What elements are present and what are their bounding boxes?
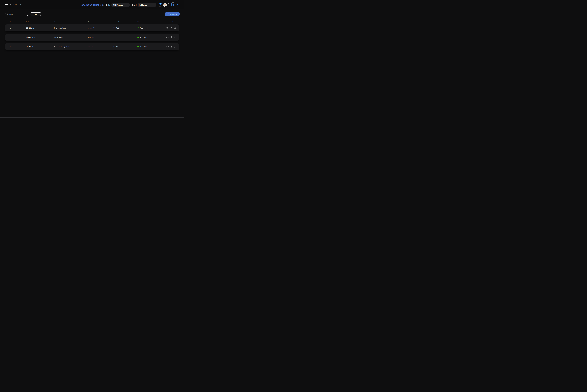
cell-date: 20-01-2024 (26, 27, 54, 29)
notification-badge: 2 (160, 2, 162, 5)
download-button[interactable] (170, 45, 173, 48)
column-header-status: Status (138, 21, 166, 23)
edit-button[interactable] (174, 36, 177, 38)
add-new-label: Add New (170, 13, 177, 15)
chevron-down-icon (153, 4, 155, 6)
bottom-edge-strip (0, 117, 184, 118)
search-input[interactable] (5, 12, 28, 16)
cell-voucher-no: 9003237 (88, 27, 114, 29)
table-row: 3 20-01-2024 Savannah Nguyen 5262267 ₹4,… (5, 43, 179, 50)
status-text: Approved (140, 46, 148, 48)
eye-icon (166, 46, 169, 48)
download-icon (170, 37, 173, 39)
chevron-down-icon (126, 4, 128, 6)
column-header-voucher-no: Voucher No (88, 21, 114, 23)
table-row: 2 20-01-2024 Floyd Miles 9092984 ₹2,000 … (5, 34, 179, 41)
pencil-icon (174, 37, 177, 39)
download-button[interactable] (170, 36, 173, 38)
cell-id: 3 (10, 46, 26, 48)
chevron-down-icon (167, 4, 168, 6)
pencil-icon (174, 46, 177, 48)
topbar: SPREE Receipt Voucher List Entity XYZ Ph… (0, 0, 184, 9)
cell-actions (166, 27, 180, 29)
status-dot-icon (138, 37, 139, 38)
status-dot-icon (138, 46, 139, 47)
cell-id: 1 (10, 27, 26, 29)
branch-dropdown[interactable]: Kakkanad (138, 3, 156, 6)
cell-date: 20-01-2024 (26, 36, 54, 38)
bell-icon (158, 6, 162, 7)
status-dot-icon (138, 27, 139, 28)
entity-value: XYZ Pharma (113, 4, 126, 6)
eye-icon (166, 37, 169, 39)
cell-amount: ₹2,000 (114, 36, 138, 38)
cell-credit-account: Floyd Miles (54, 36, 88, 38)
cell-status: Approved (138, 36, 166, 38)
back-button[interactable] (5, 3, 8, 6)
download-icon (170, 28, 173, 30)
cell-amount: ₹4,750 (114, 46, 138, 48)
edit-button[interactable] (174, 27, 177, 29)
cell-voucher-no: 9092984 (88, 36, 114, 38)
cell-voucher-no: 5262267 (88, 46, 114, 48)
plus-icon: + (168, 13, 169, 15)
column-header-action: Action (166, 21, 179, 23)
column-header-date: Date (26, 21, 54, 23)
cell-credit-account: Savannah Nguyen (54, 46, 88, 48)
company-logo-text: XYZ (175, 4, 180, 6)
cell-actions (166, 45, 180, 48)
column-header-id: ID (10, 21, 26, 23)
avatar (164, 3, 167, 6)
page-title: Receipt Voucher List (80, 4, 104, 6)
receipt-voucher-page: SPREE Receipt Voucher List Entity XYZ Ph… (0, 0, 184, 118)
table-header: ID Date Credit Account Voucher No Amount… (5, 20, 179, 23)
avatar-menu-button[interactable] (163, 3, 169, 7)
status-text: Approved (140, 36, 148, 38)
column-header-amount: Amount (114, 21, 138, 23)
download-icon (170, 46, 173, 48)
status-text: Approved (140, 27, 148, 29)
view-button[interactable] (166, 27, 169, 29)
cell-id: 2 (10, 36, 26, 38)
pencil-icon (174, 28, 177, 30)
view-button[interactable] (166, 45, 169, 48)
entity-label: Entity (106, 4, 110, 6)
branch-label: Branch (132, 4, 137, 6)
add-new-button[interactable]: + Add New (165, 12, 180, 16)
back-arrow-icon (5, 4, 8, 6)
company-logo-icon (171, 2, 175, 7)
brand-logo: SPREE (10, 4, 23, 6)
cell-amount: ₹9,450 (114, 27, 138, 29)
cell-status: Approved (138, 27, 166, 29)
cell-credit-account: Theresa Webb (54, 27, 88, 29)
entity-dropdown[interactable]: XYZ Pharma (111, 3, 130, 6)
search-box (5, 12, 28, 16)
column-header-credit-account: Credit Account (54, 21, 88, 23)
table-row: 1 20-01-2024 Theresa Webb 9003237 ₹9,450… (5, 24, 179, 32)
cell-status: Approved (138, 46, 166, 48)
branch-value: Kakkanad (139, 4, 153, 6)
view-button[interactable] (166, 36, 169, 38)
filter-button[interactable]: Filter (30, 12, 41, 16)
download-button[interactable] (170, 27, 173, 29)
eye-icon (166, 28, 169, 30)
cell-date: 20-01-2024 (26, 46, 54, 48)
edit-button[interactable] (174, 45, 177, 48)
cell-actions (166, 36, 180, 38)
company-logo: XYZ (171, 2, 180, 7)
